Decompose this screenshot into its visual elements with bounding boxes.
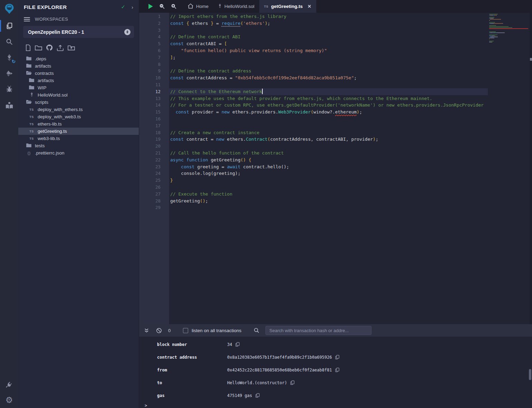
tree-item-wip[interactable]: WIP: [18, 84, 139, 91]
file-actions-toolbar: [18, 38, 139, 54]
solidity-icon: [30, 92, 33, 98]
minimap-line: [489, 40, 530, 40]
sidebar-item-debugger[interactable]: [0, 81, 18, 97]
minimap-line: [489, 30, 530, 31]
copy-icon[interactable]: [335, 355, 339, 359]
minimap-line: [489, 33, 530, 34]
sidebar-item-plugin-manager[interactable]: [0, 376, 18, 392]
terminal-header: 0 listen on all transactions: [139, 324, 532, 337]
publish-gist-button[interactable]: [57, 44, 64, 51]
ts-icon: TS: [29, 137, 34, 140]
sidebar-item-deploy-and-run[interactable]: [0, 66, 18, 81]
line-number: 26: [139, 184, 169, 191]
new-file-button[interactable]: [25, 44, 31, 51]
tree-item-label: WIP: [38, 85, 47, 90]
activity-bar: ↻: [0, 0, 18, 408]
code-line: const { ethers } = require('ethers');: [169, 20, 488, 27]
minimap-line: [489, 34, 530, 35]
sidebar-item-learneth[interactable]: [0, 97, 18, 113]
code-line: // For a testnet or custom RPC, use ethe…: [169, 102, 488, 109]
sidebar-item-file-explorer[interactable]: [0, 18, 18, 34]
minimap-line: [489, 32, 530, 33]
terminal-search-button[interactable]: [254, 328, 259, 333]
copy-icon[interactable]: [235, 342, 240, 347]
tree-item-getgreeting-ts[interactable]: TSgetGreeting.ts: [18, 128, 139, 135]
listen-transactions-checkbox[interactable]: [183, 328, 188, 333]
tree-item-artifacts[interactable]: artifacts: [18, 62, 139, 70]
workspace-dropdown[interactable]: OpenZeppelin ERC20 - 1: [23, 26, 134, 38]
tree-item-label: getGreeting.ts: [38, 129, 67, 134]
check-icon[interactable]: ✓: [121, 4, 125, 10]
tree-item-tests[interactable]: tests: [18, 142, 139, 149]
minimap-line: [489, 36, 530, 36]
tree-item-helloworld-sol[interactable]: HelloWorld.sol: [18, 91, 139, 99]
tree-item-label: scripts: [35, 100, 48, 105]
editor-scrollbar-thumb[interactable]: [530, 58, 532, 61]
zoom-out-button[interactable]: [159, 3, 165, 9]
code-line: getGreeting();: [169, 198, 488, 205]
ethereum-deploy-icon: [6, 70, 13, 77]
line-number: 13: [139, 95, 169, 102]
terminal-scrollbar-thumb[interactable]: [529, 369, 531, 380]
sidebar-item-search[interactable]: [0, 34, 18, 50]
sidebar-item-solidity-compiler[interactable]: ↻: [0, 50, 18, 66]
tree-item-label: deploy_with_ethers.ts: [38, 107, 83, 112]
line-number: 15: [139, 109, 169, 116]
close-tab-icon[interactable]: ✕: [308, 4, 311, 9]
minimap-line: [489, 17, 530, 18]
minimap[interactable]: [488, 13, 530, 324]
pending-tx-count: 0: [168, 328, 171, 333]
code-line: // Create a new contract instance: [169, 129, 488, 136]
code-line: // Define the contract ABI: [169, 33, 488, 40]
terminal-prompt: >: [139, 402, 532, 408]
new-folder-button[interactable]: [35, 44, 42, 51]
code-content[interactable]: // Import ethers from the ethers.js libr…: [169, 13, 488, 324]
tree-item-deploy-with-web3-ts[interactable]: TSdeploy_with_web3.ts: [18, 113, 139, 120]
code-line: // Execute the function: [169, 191, 488, 198]
editor-toolbar: [139, 0, 183, 13]
transaction-detail-row: from0x42452c22c88178685850e68beb6cf0f2ae…: [139, 364, 532, 376]
minimap-line: [489, 42, 530, 42]
zoom-in-button[interactable]: [171, 3, 177, 9]
expand-terminal-button[interactable]: [144, 328, 149, 333]
detail-label: contract address: [157, 355, 227, 360]
transaction-search-input[interactable]: [265, 326, 371, 335]
run-script-button[interactable]: [148, 3, 153, 9]
load-local-folder-button[interactable]: [68, 44, 75, 51]
tree-item-label: .prettierrc.json: [35, 150, 65, 156]
copy-icon[interactable]: [335, 368, 339, 372]
tree-item-web3-lib-ts[interactable]: TSweb3-lib.ts: [18, 135, 139, 142]
tree-item--prettierrc-json[interactable]: { }.prettierrc.json: [18, 149, 139, 157]
tab-home[interactable]: Home: [183, 0, 213, 13]
sidebar-item-settings[interactable]: ⚙: [0, 392, 18, 408]
tree-item-deploy-with-ethers-ts[interactable]: TSdeploy_with_ethers.ts: [18, 106, 139, 113]
copy-icon[interactable]: [290, 380, 294, 385]
tree-item-artifacts[interactable]: artifacts: [18, 77, 139, 84]
minimap-line: [489, 43, 530, 43]
minimap-line: [489, 20, 530, 21]
workspaces-menu-icon[interactable]: [24, 17, 30, 21]
line-number: 7: [139, 54, 169, 61]
tree-item--deps[interactable]: .deps: [18, 55, 139, 62]
terminal-panel: 0 listen on all transactions block numbe…: [139, 324, 532, 408]
tree-item-label: ethers-lib.ts: [38, 121, 62, 127]
tab-helloworld-sol[interactable]: HelloWorld.sol: [213, 0, 259, 13]
overview-ruler: [530, 13, 532, 324]
minimap-line: [489, 39, 530, 39]
copy-icon[interactable]: [255, 393, 260, 398]
chevron-right-icon[interactable]: ›: [132, 4, 133, 10]
remix-logo-icon[interactable]: [0, 0, 18, 18]
github-clone-button[interactable]: [46, 44, 53, 51]
line-number: 28: [139, 198, 169, 205]
tree-item-scripts[interactable]: scripts: [18, 99, 139, 106]
minimap-line: [489, 26, 530, 27]
minimap-line: [489, 25, 530, 26]
clear-console-button[interactable]: [156, 328, 162, 334]
line-number: 9: [139, 68, 169, 74]
minimap-line: [489, 29, 530, 30]
tree-item-contracts[interactable]: contracts: [18, 70, 139, 77]
minimap-line: [489, 22, 530, 23]
tab-getgreeting-ts[interactable]: TSgetGreeting.ts✕: [259, 0, 316, 13]
workspace-selected-name: OpenZeppelin ERC20 - 1: [28, 29, 124, 35]
tree-item-ethers-lib-ts[interactable]: TSethers-lib.ts: [18, 120, 139, 128]
